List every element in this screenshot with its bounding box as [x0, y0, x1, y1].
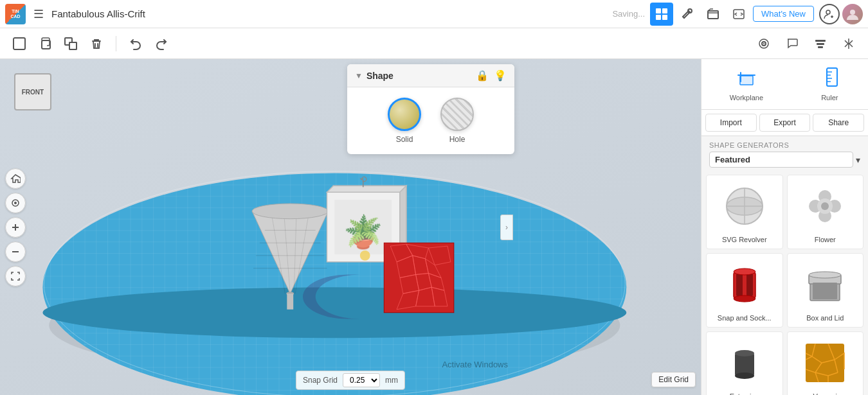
user-area — [819, 4, 863, 24]
solid-option[interactable]: Solid — [388, 98, 421, 144]
view-cube[interactable]: FRONT — [8, 67, 59, 118]
ruler-label: Ruler — [821, 94, 838, 101]
viewport[interactable]: 🪴 ⟲ — [0, 59, 701, 395]
export-button[interactable]: Export — [759, 114, 811, 132]
canvas-area[interactable]: 🪴 ⟲ — [0, 59, 701, 395]
hole-label: Hole — [449, 135, 466, 144]
bottom-bar: Snap Grid 0.25 0.5 1 mm — [296, 371, 405, 390]
orbit-nav-button[interactable] — [5, 193, 26, 213]
snap-sock-label: Snap and Sock... — [718, 314, 772, 322]
flower-img — [799, 180, 851, 232]
solid-shape-circle[interactable] — [388, 98, 421, 131]
cube-front-face[interactable]: FRONT — [14, 73, 51, 110]
share-button[interactable]: Share — [813, 114, 864, 132]
align-button[interactable] — [809, 32, 832, 55]
import-button[interactable]: Import — [705, 114, 757, 132]
workplane-tool[interactable]: Workplane — [725, 64, 768, 104]
code-blocks-button[interactable] — [727, 3, 750, 26]
redo-button[interactable] — [150, 32, 173, 55]
workplane-icon — [736, 67, 757, 91]
shape-card-flower[interactable]: Flower — [787, 175, 864, 249]
copy-button[interactable] — [33, 32, 57, 55]
shape-panel-chevron-icon[interactable]: ▼ — [355, 71, 363, 80]
svg-rect-18 — [817, 43, 824, 45]
shape-card-extrusion[interactable]: Extrusion — [706, 331, 783, 395]
grid-view-button[interactable] — [650, 3, 673, 26]
avatar[interactable] — [842, 4, 863, 24]
svg-point-70 — [821, 202, 829, 210]
zoom-in-button[interactable] — [5, 217, 26, 238]
voronoi-img — [799, 337, 851, 389]
ruler-tool[interactable]: Ruler — [814, 64, 845, 104]
whats-new-button[interactable]: What's New — [753, 6, 814, 22]
svg-rect-5 — [708, 11, 718, 19]
snap-grid-label: Snap Grid — [303, 376, 338, 385]
toolbar-right — [752, 32, 860, 55]
hole-option[interactable]: Hole — [440, 98, 474, 144]
svg-point-49 — [14, 202, 17, 204]
shape-card-voronoi[interactable]: Voronoi — [787, 331, 864, 395]
home-nav-button[interactable] — [5, 168, 26, 189]
lightbulb-icon[interactable]: 💡 — [494, 69, 507, 82]
svg-rect-46 — [384, 243, 454, 313]
orientation-cube[interactable]: FRONT — [14, 73, 53, 112]
shape-options: Solid Hole — [347, 87, 514, 154]
svg-rect-0 — [656, 8, 661, 13]
camera-button[interactable] — [752, 32, 775, 55]
lock-icon[interactable]: 🔒 — [476, 69, 489, 82]
zoom-out-button[interactable] — [5, 241, 26, 262]
mirror-button[interactable] — [837, 32, 860, 55]
shape-card-snap-sock[interactable]: Snap and Sock... — [706, 253, 783, 328]
edit-grid-button[interactable]: Edit Grid — [651, 372, 696, 387]
new-shape-button[interactable] — [8, 32, 31, 55]
menu-icon[interactable]: ☰ — [31, 4, 46, 24]
cube-front-label: FRONT — [22, 89, 44, 96]
workplane-label: Workplane — [730, 94, 763, 101]
svg-rect-55 — [740, 76, 753, 85]
right-panel: Workplane Ruler Import Export Sh — [701, 59, 868, 395]
saving-status: Saving... — [612, 9, 645, 19]
snap-sock-img — [719, 259, 770, 310]
fit-view-button[interactable] — [5, 266, 26, 286]
duplicate-button[interactable] — [59, 32, 82, 55]
flower-label: Flower — [815, 236, 836, 243]
projects-button[interactable] — [701, 3, 725, 26]
sg-featured-dropdown[interactable]: Featured All Community — [709, 152, 853, 168]
box-lid-label: Box and Lid — [806, 314, 844, 322]
svg-rect-3 — [662, 15, 667, 20]
svg-rect-1 — [662, 8, 667, 13]
shape-panel-icons: 🔒 💡 — [476, 69, 507, 82]
shape-card-box-lid[interactable]: Box and Lid — [787, 253, 864, 328]
project-name: Fantabulous Allis-Crift — [51, 8, 607, 19]
shape-card-svg-revolver[interactable]: SVG Revolver — [706, 175, 783, 249]
shape-panel-title: Shape — [366, 71, 472, 81]
add-user-button[interactable] — [819, 4, 840, 24]
hole-shape-circle[interactable] — [440, 98, 474, 131]
tools-button[interactable] — [676, 3, 699, 26]
action-bar: Import Export Share — [701, 110, 868, 136]
svg-rect-10 — [42, 40, 50, 49]
svg-point-4 — [688, 9, 692, 13]
collapse-panel-button[interactable]: › — [500, 215, 513, 240]
nav-controls — [5, 168, 26, 286]
svg-rect-83 — [806, 344, 844, 382]
svg-marker-40 — [327, 186, 406, 192]
box-lid-img — [799, 259, 851, 310]
comment-button[interactable] — [781, 32, 804, 55]
svg-rect-37 — [287, 294, 293, 310]
extrusion-label: Extrusion — [730, 392, 759, 395]
tinkercad-logo[interactable]: TINCAD — [5, 4, 26, 24]
delete-button[interactable] — [85, 32, 108, 55]
solid-label: Solid — [396, 135, 413, 144]
svg-revolver-img — [719, 180, 770, 232]
sg-label: Shape Generators — [709, 141, 860, 149]
sg-header: Shape Generators Featured All Community … — [701, 136, 868, 170]
toolbar — [0, 28, 868, 59]
svg-rect-2 — [656, 15, 661, 20]
svg-rect-72 — [736, 274, 743, 296]
svg-point-16 — [763, 43, 764, 44]
svg-rect-17 — [815, 40, 826, 42]
svg-point-47 — [360, 250, 370, 261]
undo-button[interactable] — [124, 32, 147, 55]
snap-grid-select[interactable]: 0.25 0.5 1 — [343, 373, 380, 387]
